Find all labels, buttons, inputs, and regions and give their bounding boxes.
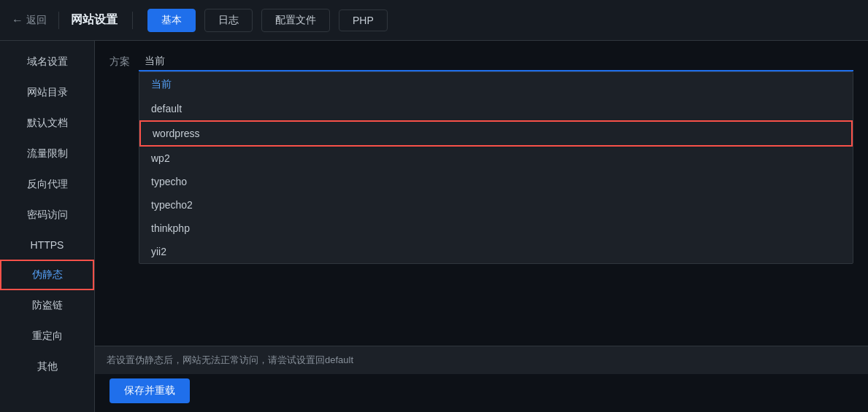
- tab-php[interactable]: PHP: [339, 9, 388, 31]
- action-bar: 保存并重载: [110, 378, 190, 403]
- sidebar: 域名设置 网站目录 默认文档 流量限制 反向代理 密码访问 HTTPS 伪静态 …: [0, 41, 95, 412]
- scheme-row: 方案 当前 default wordpress wp2 typecho type…: [110, 53, 853, 71]
- main-layout: 域名设置 网站目录 默认文档 流量限制 反向代理 密码访问 HTTPS 伪静态 …: [0, 41, 868, 412]
- sidebar-item-https[interactable]: HTTPS: [0, 230, 94, 260]
- tab-config[interactable]: 配置文件: [261, 9, 330, 32]
- dropdown-item-yii2[interactable]: yii2: [139, 240, 853, 263]
- dropdown-item-thinkphp[interactable]: thinkphp: [139, 217, 853, 240]
- sidebar-item-domain[interactable]: 域名设置: [0, 47, 94, 77]
- warning-bar: 若设置伪静态后，网站无法正常访问，请尝试设置回default: [95, 346, 868, 374]
- dropdown-item-default[interactable]: default: [139, 97, 853, 120]
- dropdown-item-typecho[interactable]: typecho: [139, 170, 853, 193]
- back-arrow-icon: ←: [12, 14, 23, 27]
- scheme-input-wrap: 当前 default wordpress wp2 typecho typecho…: [139, 53, 853, 71]
- scheme-dropdown: 当前 default wordpress wp2 typecho typecho…: [139, 71, 853, 264]
- save-button[interactable]: 保存并重载: [110, 378, 190, 403]
- back-label: 返回: [26, 14, 47, 27]
- sidebar-item-other[interactable]: 其他: [0, 351, 94, 382]
- tab-log[interactable]: 日志: [204, 9, 253, 32]
- scheme-input[interactable]: [139, 53, 853, 71]
- dropdown-item-wordpress[interactable]: wordpress: [139, 120, 853, 147]
- header-divider-2: [132, 12, 133, 29]
- sidebar-item-password[interactable]: 密码访问: [0, 200, 94, 230]
- back-button[interactable]: ← 返回: [12, 14, 47, 27]
- dropdown-item-wp2[interactable]: wp2: [139, 147, 853, 170]
- sidebar-item-redirect[interactable]: 重定向: [0, 321, 94, 351]
- warning-text: 若设置伪静态后，网站无法正常访问，请尝试设置回default: [107, 354, 353, 365]
- header: ← 返回 网站设置 基本 日志 配置文件 PHP: [0, 0, 868, 41]
- sidebar-item-default-doc[interactable]: 默认文档: [0, 108, 94, 139]
- sidebar-item-rewrite[interactable]: 伪静态: [0, 260, 94, 290]
- sidebar-item-traffic[interactable]: 流量限制: [0, 139, 94, 169]
- sidebar-item-directory[interactable]: 网站目录: [0, 77, 94, 108]
- sidebar-item-proxy[interactable]: 反向代理: [0, 169, 94, 200]
- sidebar-item-hotlink[interactable]: 防盗链: [0, 290, 94, 321]
- content: 方案 当前 default wordpress wp2 typecho type…: [95, 41, 868, 412]
- dropdown-item-typecho2[interactable]: typecho2: [139, 193, 853, 217]
- page-title: 网站设置: [71, 12, 118, 28]
- tab-basic[interactable]: 基本: [147, 9, 196, 32]
- dropdown-item-current[interactable]: 当前: [139, 72, 853, 97]
- header-divider-1: [58, 12, 59, 29]
- scheme-label: 方案: [110, 55, 130, 69]
